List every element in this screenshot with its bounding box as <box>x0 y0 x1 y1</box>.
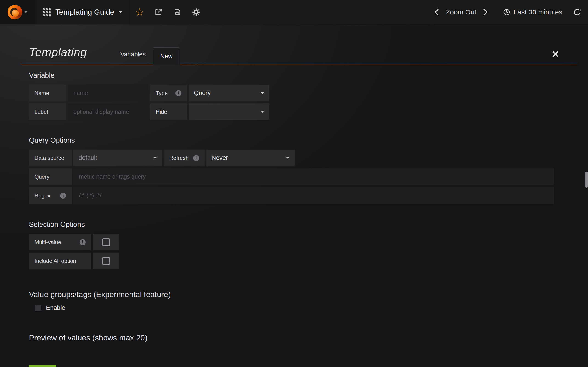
enable-row: Enable <box>29 304 578 311</box>
info-icon[interactable] <box>175 90 182 96</box>
chevron-down-icon <box>119 11 122 13</box>
info-icon[interactable] <box>80 239 86 245</box>
chevron-down-icon <box>153 157 157 159</box>
time-shift-back-button[interactable] <box>429 8 445 16</box>
name-label: Name <box>29 85 66 101</box>
enable-label: Enable <box>46 304 65 311</box>
include-all-row: Include All option <box>29 252 578 269</box>
query-input[interactable] <box>73 168 554 185</box>
multi-value-checkbox[interactable] <box>102 238 110 246</box>
save-icon <box>174 8 181 16</box>
tab-underline <box>21 64 578 65</box>
time-shift-forward-button[interactable] <box>477 8 493 16</box>
variable-label-row: Label Hide <box>29 103 578 120</box>
regex-row: Regex <box>29 187 578 204</box>
datasource-dropdown-value: default <box>78 154 97 161</box>
section-preview: Preview of values (shows max 20) <box>21 333 578 342</box>
refresh-label: Refresh <box>164 150 205 166</box>
name-input[interactable] <box>68 85 148 101</box>
page-title: Templating <box>21 46 87 65</box>
star-icon: ☆ <box>135 7 144 17</box>
refresh-dropdown-value: Never <box>212 154 228 161</box>
grafana-logo-icon <box>8 5 22 19</box>
section-query-options: Query Options Data source default Refres… <box>21 136 578 204</box>
share-button[interactable] <box>149 0 168 24</box>
type-label: Type <box>150 85 187 101</box>
multi-value-row: Multi-value <box>29 234 578 250</box>
save-button[interactable] <box>168 0 187 24</box>
chevron-left-icon <box>434 8 439 16</box>
navbar-actions: ☆ <box>130 0 206 24</box>
chevron-right-icon <box>483 8 488 16</box>
grafana-menu-button[interactable] <box>0 0 35 24</box>
type-label-text: Type <box>156 90 168 96</box>
navbar: Templating Guide ☆ Zoom Out Last 30 minu… <box>0 0 588 24</box>
hide-dropdown[interactable] <box>189 103 269 120</box>
variable-name-row: Name Type Query <box>29 85 578 101</box>
regex-input[interactable] <box>73 187 554 204</box>
tab-new[interactable]: New <box>153 48 180 65</box>
info-icon[interactable] <box>60 193 66 199</box>
chevron-down-icon <box>261 92 264 94</box>
regex-label-text: Regex <box>35 192 50 199</box>
multi-value-label-text: Multi-value <box>35 239 61 245</box>
chevron-down-icon <box>286 157 290 159</box>
enable-checkbox[interactable] <box>35 305 41 311</box>
label-input[interactable] <box>68 103 148 120</box>
editor-header: Templating Variables New <box>21 24 578 65</box>
section-heading-preview: Preview of values (shows max 20) <box>29 333 578 342</box>
type-dropdown[interactable]: Query <box>189 85 269 101</box>
section-value-groups: Value groups/tags (Experimental feature)… <box>21 290 578 311</box>
datasource-dropdown[interactable]: default <box>73 150 162 166</box>
clock-icon <box>503 8 510 16</box>
templating-editor: Templating Variables New Variable Name T… <box>21 24 578 367</box>
time-range-label: Last 30 minutes <box>514 8 562 16</box>
time-controls: Zoom Out Last 30 minutes <box>429 0 588 24</box>
editor-tabs: Variables New <box>113 48 180 65</box>
chevron-down-icon <box>24 11 27 13</box>
include-all-checkbox[interactable] <box>102 257 110 265</box>
settings-button[interactable] <box>187 0 206 24</box>
close-icon[interactable] <box>552 51 559 58</box>
refresh-button[interactable] <box>573 8 581 16</box>
share-icon <box>155 8 162 16</box>
zoom-out-button[interactable]: Zoom Out <box>445 8 477 16</box>
dashboard-body: Templating Variables New Variable Name T… <box>0 24 588 367</box>
star-button[interactable]: ☆ <box>130 0 149 24</box>
section-heading-variable: Variable <box>29 71 578 80</box>
info-icon[interactable] <box>193 155 199 161</box>
time-range-button[interactable]: Last 30 minutes <box>503 8 562 16</box>
chevron-down-icon <box>261 111 264 113</box>
scrollbar-thumb[interactable] <box>586 172 588 188</box>
section-heading-value-groups: Value groups/tags (Experimental feature) <box>29 290 578 299</box>
add-button[interactable]: Add <box>29 365 56 367</box>
dashboard-title: Templating Guide <box>55 8 114 17</box>
refresh-icon <box>573 8 581 16</box>
query-row: Query <box>29 168 578 185</box>
multi-value-checkbox-cell <box>93 234 119 250</box>
tab-variables[interactable]: Variables <box>113 51 153 65</box>
section-selection-options: Selection Options Multi-value Include Al… <box>21 220 578 269</box>
section-variable: Variable Name Type Query Label Hide <box>21 71 578 120</box>
dashboard-grid-icon <box>43 8 51 16</box>
gear-icon <box>192 8 200 16</box>
include-all-label: Include All option <box>29 252 91 269</box>
refresh-label-text: Refresh <box>169 155 189 161</box>
hide-label: Hide <box>150 103 187 120</box>
label-label: Label <box>29 103 66 120</box>
query-label: Query <box>29 168 72 185</box>
section-heading-selection-options: Selection Options <box>29 220 578 229</box>
multi-value-label: Multi-value <box>29 234 91 250</box>
type-dropdown-value: Query <box>194 90 211 97</box>
section-heading-query-options: Query Options <box>29 136 578 144</box>
datasource-row: Data source default Refresh Never <box>29 150 578 166</box>
refresh-dropdown[interactable]: Never <box>207 150 295 166</box>
regex-label: Regex <box>29 187 72 204</box>
include-all-checkbox-cell <box>93 252 119 269</box>
datasource-label: Data source <box>29 150 72 166</box>
dashboard-title-button[interactable]: Templating Guide <box>35 0 130 24</box>
